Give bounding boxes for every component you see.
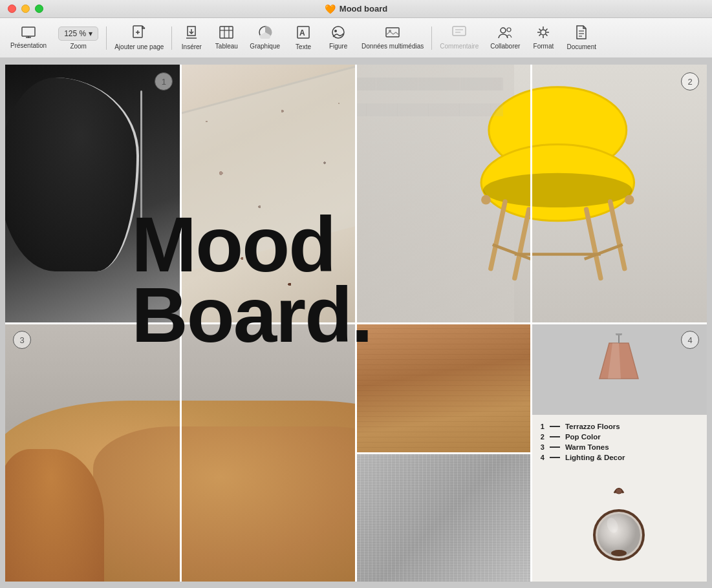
svg-point-22	[501, 28, 506, 33]
svg-rect-19	[453, 26, 466, 36]
insert-label: Insérer	[182, 43, 202, 50]
legend-item-1: 1 Terrazzo Floors	[541, 423, 698, 430]
text-icon: A	[297, 25, 310, 41]
svg-line-41	[515, 209, 529, 278]
figure-label: Figure	[329, 43, 347, 50]
svg-line-42	[587, 209, 601, 278]
legend-num-3: 3	[541, 443, 545, 451]
legend-item-3: 3 Warm Tones	[541, 443, 698, 451]
toolbar-add-page[interactable]: Ajouter une page	[109, 23, 169, 53]
svg-line-32	[539, 34, 541, 36]
toolbar-format[interactable]: Format	[526, 23, 560, 52]
legend-num-4: 4	[541, 454, 545, 461]
svg-rect-50	[616, 488, 622, 494]
comment-icon	[452, 26, 466, 41]
close-button[interactable]	[8, 5, 16, 13]
legend-text-2: Pop Color	[565, 433, 601, 441]
toolbar-divider-2	[171, 26, 172, 50]
zoom-label: Zoom	[70, 43, 87, 50]
legend-text-4: Lighting & Decor	[565, 454, 625, 461]
svg-text:A: A	[299, 28, 305, 37]
media-label: Données multimédias	[361, 43, 424, 50]
legend-section: 1 Terrazzo Floors 2 Pop Color 3 W	[532, 415, 707, 469]
svg-point-24	[541, 30, 546, 35]
zoom-value: 125 %	[64, 29, 86, 38]
slide[interactable]: 1	[5, 65, 707, 582]
svg-point-15	[332, 26, 344, 38]
chart-label: Graphique	[250, 43, 280, 50]
add-page-icon	[133, 25, 146, 41]
toolbar-chart[interactable]: Graphique	[244, 23, 285, 52]
legend-num-2: 2	[541, 433, 545, 441]
collaborate-label: Collaborer	[490, 43, 520, 50]
zoom-chevron: ▾	[89, 29, 92, 38]
add-page-label: Ajouter une page	[114, 43, 164, 50]
toolbar-presentation[interactable]: Présentation	[5, 24, 52, 52]
cell-terrazzo	[180, 65, 356, 323]
cell-wood	[356, 323, 532, 452]
page-number-3: 3	[13, 331, 31, 349]
table-icon	[219, 26, 233, 41]
sofa-cushion-right	[93, 426, 356, 582]
chair-back-decoration	[5, 78, 139, 271]
toolbar-zoom[interactable]: 125 % ▾ Zoom	[53, 24, 103, 52]
svg-rect-8	[220, 26, 233, 38]
zoom-control[interactable]: 125 % ▾	[58, 26, 98, 41]
svg-line-31	[546, 29, 548, 31]
toolbar-insert[interactable]: Insérer	[175, 23, 208, 53]
fur-art	[356, 452, 532, 582]
toolbar-media[interactable]: Données multimédias	[356, 23, 429, 52]
svg-line-30	[546, 34, 548, 36]
svg-point-23	[507, 28, 511, 32]
legend-item-2: 2 Pop Color	[541, 433, 698, 441]
toolbar-table[interactable]: Tableau	[210, 23, 243, 52]
legend-text-1: Terrazzo Floors	[565, 423, 620, 430]
svg-rect-49	[616, 333, 622, 335]
leather-art	[5, 65, 180, 323]
legend-dash-2	[550, 436, 560, 437]
presentation-icon	[21, 26, 36, 40]
cell-leather-chair: 1	[5, 65, 180, 323]
mirror-svg	[590, 483, 648, 567]
page-number-2: 2	[681, 72, 699, 90]
minimize-button[interactable]	[21, 5, 30, 13]
legend-num-1: 1	[541, 423, 545, 430]
text-label: Texte	[296, 43, 311, 50]
svg-rect-0	[22, 27, 35, 36]
collaborate-icon	[498, 26, 512, 41]
maximize-button[interactable]	[35, 5, 43, 13]
presentation-label: Présentation	[10, 42, 47, 49]
toolbar-text[interactable]: A Texte	[286, 23, 320, 53]
toolbar-figure[interactable]: Figure	[321, 23, 355, 52]
svg-point-16	[334, 30, 337, 32]
document-icon	[576, 25, 587, 41]
cell-decor: 1 Terrazzo Floors 2 Pop Color 3 W	[532, 323, 707, 582]
app-icon: 🧡	[325, 4, 336, 14]
lamp-background	[532, 323, 707, 415]
toolbar-divider-1	[106, 26, 107, 50]
figure-icon	[331, 26, 345, 41]
traffic-lights	[8, 5, 43, 13]
chart-icon	[258, 26, 272, 41]
svg-line-40	[610, 202, 625, 268]
legend-text-3: Warm Tones	[565, 443, 609, 451]
titlebar: 🧡 Mood board	[0, 0, 712, 18]
toolbar: Présentation 125 % ▾ Zoom Ajouter une pa…	[0, 18, 712, 58]
separator-horizontal-2	[356, 452, 532, 454]
window-title-area: 🧡 Mood board	[325, 4, 387, 14]
svg-point-47	[625, 195, 634, 205]
right-panel: 1 Terrazzo Floors 2 Pop Color 3 W	[532, 323, 707, 582]
slide-layout: 1	[5, 65, 707, 582]
toolbar-collaborate[interactable]: Collaborer	[485, 23, 525, 52]
legend-dash-4	[550, 457, 560, 458]
canvas-area[interactable]: 1	[0, 58, 712, 588]
page-number-4: 4	[681, 331, 699, 349]
terrazzo-art	[180, 65, 356, 323]
toolbar-document[interactable]: Document	[561, 23, 601, 53]
svg-point-56	[611, 550, 627, 556]
table-label: Tableau	[215, 43, 238, 50]
legend-dash-3	[550, 446, 560, 448]
comment-label: Commentaire	[440, 43, 479, 50]
toolbar-comment[interactable]: Commentaire	[435, 23, 484, 52]
media-icon	[385, 26, 400, 41]
